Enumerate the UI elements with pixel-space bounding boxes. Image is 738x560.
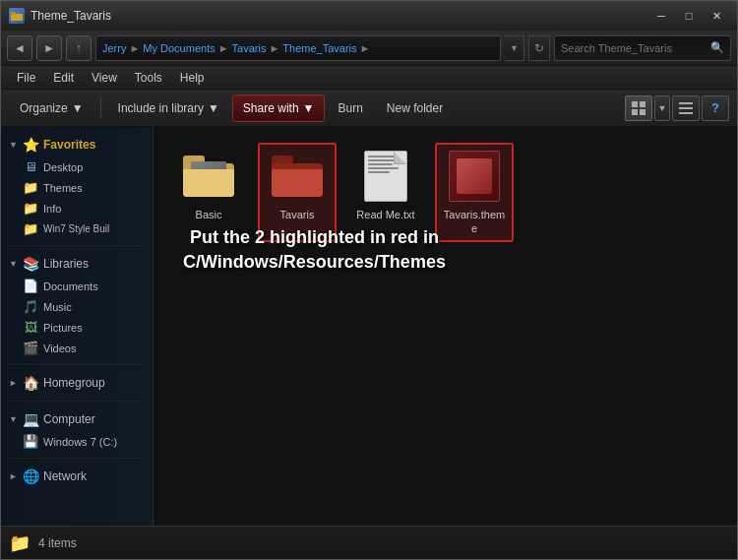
sidebar-section-computer: ▼ 💻 Computer 💾 Windows 7 (C:) [1, 407, 153, 452]
sidebar-item-info[interactable]: 📁 Info [1, 198, 153, 218]
sidebar-divider-4 [9, 458, 145, 459]
pictures-icon: 🖼 [23, 320, 38, 335]
organize-dropdown-icon: ▼ [72, 101, 84, 115]
main-window: Theme_Tavaris ─ □ ✕ ◄ ► ↑ Jerry ► My Doc… [0, 0, 738, 560]
hdd-icon: 💾 [23, 434, 38, 449]
sidebar-item-win7[interactable]: 📁 Win7 Style Buil [1, 218, 153, 239]
sidebar-item-music[interactable]: 🎵 Music [1, 296, 153, 317]
back-button[interactable]: ◄ [7, 35, 32, 61]
svg-rect-5 [632, 109, 638, 115]
computer-arrow: ▼ [9, 414, 19, 424]
computer-label: Computer [43, 412, 95, 426]
svg-rect-3 [632, 101, 638, 107]
music-icon: 🎵 [23, 299, 38, 314]
network-header[interactable]: ► 🌐 Network [1, 465, 153, 488]
homegroup-header[interactable]: ► 🏠 Homegroup [1, 371, 153, 395]
breadcrumb-segment-2: Tavaris [232, 42, 267, 54]
file-basic[interactable]: Basic [169, 143, 248, 242]
file-tavaris[interactable]: Tavaris [258, 143, 337, 242]
grid-dropdown-button[interactable]: ▼ [654, 95, 670, 121]
svg-rect-9 [679, 112, 693, 114]
address-bar: ◄ ► ↑ Jerry ► My Documents ► Tavaris ► T… [1, 31, 737, 66]
libraries-arrow: ▼ [9, 259, 19, 269]
svg-rect-4 [640, 101, 646, 107]
win7-folder-icon: 📁 [23, 221, 38, 236]
menu-help[interactable]: Help [172, 69, 213, 87]
forward-button[interactable]: ► [36, 35, 62, 61]
sidebar-item-pictures[interactable]: 🖼 Pictures [1, 317, 153, 338]
sidebar-item-videos-label: Videos [43, 342, 76, 354]
documents-icon: 📄 [23, 279, 38, 293]
window-controls: ─ □ ✕ [648, 7, 729, 25]
file-readme[interactable]: Read Me.txt [346, 143, 425, 242]
breadcrumb[interactable]: Jerry ► My Documents ► Tavaris ► Theme_T… [95, 35, 501, 61]
tavaris-theme-label: Tavaris.theme [441, 208, 508, 236]
basic-folder-label: Basic [196, 208, 222, 221]
favorites-header[interactable]: ▼ ⭐ Favorites [1, 133, 153, 156]
sidebar-item-videos[interactable]: 🎬 Videos [1, 338, 153, 358]
view-buttons: ▼ ? [625, 95, 729, 121]
include-label: Include in library [118, 101, 204, 115]
share-label: Share with [243, 101, 299, 115]
menu-bar: File Edit View Tools Help [1, 66, 737, 90]
menu-tools[interactable]: Tools [127, 69, 170, 87]
sidebar-item-pictures-label: Pictures [43, 322, 83, 334]
libraries-label: Libraries [43, 257, 89, 271]
sidebar-item-info-label: Info [43, 203, 61, 215]
include-library-button[interactable]: Include in library ▼ [107, 94, 230, 122]
menu-edit[interactable]: Edit [45, 69, 82, 87]
title-bar: Theme_Tavaris ─ □ ✕ [1, 1, 737, 31]
status-bar: 📁 4 items [1, 526, 737, 559]
sidebar-section-favorites: ▼ ⭐ Favorites 🖥 Desktop 📁 Themes 📁 Info [1, 133, 153, 239]
toolbar: Organize ▼ Include in library ▼ Share wi… [1, 90, 737, 127]
burn-label: Burn [338, 101, 362, 115]
theme-file-icon [447, 149, 502, 204]
libraries-header[interactable]: ▼ 📚 Libraries [1, 252, 153, 276]
toolbar-separator-1 [100, 98, 101, 118]
grid-view-button[interactable] [625, 95, 652, 121]
address-dropdown-button[interactable]: ▼ [505, 35, 524, 61]
new-folder-label: New folder [387, 101, 443, 115]
readme-label: Read Me.txt [356, 208, 414, 221]
menu-file[interactable]: File [9, 69, 43, 87]
sidebar-item-themes[interactable]: 📁 Themes [1, 177, 153, 198]
up-button[interactable]: ↑ [66, 35, 92, 61]
search-input[interactable] [561, 42, 710, 54]
file-tavaris-theme[interactable]: Tavaris.theme [435, 143, 514, 242]
sidebar-item-documents-label: Documents [43, 280, 98, 292]
main-content: ▼ ⭐ Favorites 🖥 Desktop 📁 Themes 📁 Info [1, 127, 737, 526]
burn-button[interactable]: Burn [327, 94, 373, 122]
tavaris-folder-icon [270, 149, 325, 204]
help-button[interactable]: ? [702, 95, 729, 121]
svg-rect-6 [640, 109, 646, 115]
sidebar-item-windows-c[interactable]: 💾 Windows 7 (C:) [1, 431, 153, 452]
sidebar-divider-1 [9, 245, 145, 246]
sidebar-item-documents[interactable]: 📄 Documents [1, 276, 153, 296]
sidebar-section-homegroup: ► 🏠 Homegroup [1, 371, 153, 395]
status-count: 4 items [38, 536, 77, 550]
sidebar-item-music-label: Music [43, 301, 72, 313]
minimize-button[interactable]: ─ [648, 7, 674, 25]
detail-view-button[interactable] [672, 95, 700, 121]
new-folder-button[interactable]: New folder [376, 94, 454, 122]
close-button[interactable]: ✕ [704, 7, 729, 25]
organize-label: Organize [20, 101, 68, 115]
share-with-button[interactable]: Share with ▼ [232, 94, 326, 122]
info-folder-icon: 📁 [23, 201, 38, 216]
breadcrumb-segment-3: Theme_Tavaris [282, 42, 356, 54]
status-folder-icon: 📁 [9, 532, 31, 554]
computer-header[interactable]: ▼ 💻 Computer [1, 407, 153, 431]
sidebar-item-desktop[interactable]: 🖥 Desktop [1, 156, 153, 177]
sidebar-section-libraries: ▼ 📚 Libraries 📄 Documents 🎵 Music 🖼 Pict… [1, 252, 153, 358]
file-area[interactable]: Basic Tavaris [154, 127, 737, 526]
maximize-button[interactable]: □ [676, 7, 702, 25]
basic-folder-icon [181, 149, 236, 204]
sidebar-divider-3 [9, 401, 145, 402]
search-icon: 🔍 [710, 41, 724, 54]
window-title: Theme_Tavaris [31, 9, 648, 23]
organize-button[interactable]: Organize ▼ [9, 94, 94, 122]
refresh-button[interactable]: ↻ [528, 35, 550, 61]
menu-view[interactable]: View [84, 69, 125, 87]
sidebar-item-windows-c-label: Windows 7 (C:) [43, 436, 117, 448]
svg-rect-7 [679, 102, 693, 104]
